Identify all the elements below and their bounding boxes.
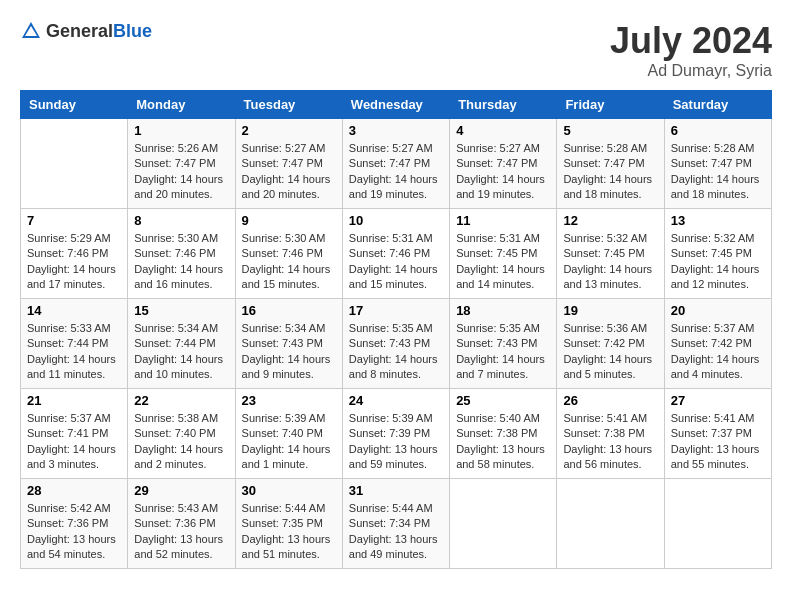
weekday-header-cell: Thursday [450, 91, 557, 119]
day-info: Sunrise: 5:26 AM Sunset: 7:47 PM Dayligh… [134, 141, 228, 203]
day-info: Sunrise: 5:32 AM Sunset: 7:45 PM Dayligh… [671, 231, 765, 293]
calendar-cell: 22Sunrise: 5:38 AM Sunset: 7:40 PM Dayli… [128, 389, 235, 479]
weekday-header-cell: Tuesday [235, 91, 342, 119]
calendar-cell: 16Sunrise: 5:34 AM Sunset: 7:43 PM Dayli… [235, 299, 342, 389]
calendar-cell: 2Sunrise: 5:27 AM Sunset: 7:47 PM Daylig… [235, 119, 342, 209]
calendar-cell: 26Sunrise: 5:41 AM Sunset: 7:38 PM Dayli… [557, 389, 664, 479]
day-number: 23 [242, 393, 336, 408]
day-info: Sunrise: 5:37 AM Sunset: 7:42 PM Dayligh… [671, 321, 765, 383]
calendar-week-row: 21Sunrise: 5:37 AM Sunset: 7:41 PM Dayli… [21, 389, 772, 479]
weekday-header-row: SundayMondayTuesdayWednesdayThursdayFrid… [21, 91, 772, 119]
weekday-header-cell: Wednesday [342, 91, 449, 119]
day-number: 4 [456, 123, 550, 138]
day-info: Sunrise: 5:34 AM Sunset: 7:44 PM Dayligh… [134, 321, 228, 383]
day-number: 7 [27, 213, 121, 228]
day-info: Sunrise: 5:31 AM Sunset: 7:46 PM Dayligh… [349, 231, 443, 293]
day-info: Sunrise: 5:39 AM Sunset: 7:40 PM Dayligh… [242, 411, 336, 473]
calendar-cell: 9Sunrise: 5:30 AM Sunset: 7:46 PM Daylig… [235, 209, 342, 299]
calendar-cell: 1Sunrise: 5:26 AM Sunset: 7:47 PM Daylig… [128, 119, 235, 209]
calendar-cell: 7Sunrise: 5:29 AM Sunset: 7:46 PM Daylig… [21, 209, 128, 299]
day-number: 9 [242, 213, 336, 228]
month-year-title: July 2024 [610, 20, 772, 62]
calendar-cell [664, 479, 771, 569]
day-info: Sunrise: 5:29 AM Sunset: 7:46 PM Dayligh… [27, 231, 121, 293]
day-number: 19 [563, 303, 657, 318]
calendar-cell: 18Sunrise: 5:35 AM Sunset: 7:43 PM Dayli… [450, 299, 557, 389]
day-info: Sunrise: 5:44 AM Sunset: 7:35 PM Dayligh… [242, 501, 336, 563]
day-info: Sunrise: 5:35 AM Sunset: 7:43 PM Dayligh… [456, 321, 550, 383]
calendar-cell: 12Sunrise: 5:32 AM Sunset: 7:45 PM Dayli… [557, 209, 664, 299]
weekday-header-cell: Friday [557, 91, 664, 119]
day-info: Sunrise: 5:33 AM Sunset: 7:44 PM Dayligh… [27, 321, 121, 383]
calendar-week-row: 7Sunrise: 5:29 AM Sunset: 7:46 PM Daylig… [21, 209, 772, 299]
day-info: Sunrise: 5:41 AM Sunset: 7:37 PM Dayligh… [671, 411, 765, 473]
calendar-cell: 23Sunrise: 5:39 AM Sunset: 7:40 PM Dayli… [235, 389, 342, 479]
logo-text-blue: Blue [113, 21, 152, 41]
calendar-cell: 5Sunrise: 5:28 AM Sunset: 7:47 PM Daylig… [557, 119, 664, 209]
day-info: Sunrise: 5:27 AM Sunset: 7:47 PM Dayligh… [242, 141, 336, 203]
calendar-cell: 21Sunrise: 5:37 AM Sunset: 7:41 PM Dayli… [21, 389, 128, 479]
weekday-header-cell: Sunday [21, 91, 128, 119]
day-number: 31 [349, 483, 443, 498]
day-info: Sunrise: 5:39 AM Sunset: 7:39 PM Dayligh… [349, 411, 443, 473]
calendar-table: SundayMondayTuesdayWednesdayThursdayFrid… [20, 90, 772, 569]
day-info: Sunrise: 5:43 AM Sunset: 7:36 PM Dayligh… [134, 501, 228, 563]
day-info: Sunrise: 5:41 AM Sunset: 7:38 PM Dayligh… [563, 411, 657, 473]
calendar-cell: 20Sunrise: 5:37 AM Sunset: 7:42 PM Dayli… [664, 299, 771, 389]
day-info: Sunrise: 5:31 AM Sunset: 7:45 PM Dayligh… [456, 231, 550, 293]
page-header: GeneralBlue July 2024 Ad Dumayr, Syria [20, 20, 772, 80]
calendar-cell: 24Sunrise: 5:39 AM Sunset: 7:39 PM Dayli… [342, 389, 449, 479]
day-number: 18 [456, 303, 550, 318]
day-number: 26 [563, 393, 657, 408]
calendar-cell: 29Sunrise: 5:43 AM Sunset: 7:36 PM Dayli… [128, 479, 235, 569]
day-info: Sunrise: 5:32 AM Sunset: 7:45 PM Dayligh… [563, 231, 657, 293]
day-info: Sunrise: 5:37 AM Sunset: 7:41 PM Dayligh… [27, 411, 121, 473]
calendar-cell: 8Sunrise: 5:30 AM Sunset: 7:46 PM Daylig… [128, 209, 235, 299]
location-subtitle: Ad Dumayr, Syria [610, 62, 772, 80]
logo-icon [20, 20, 42, 42]
day-info: Sunrise: 5:27 AM Sunset: 7:47 PM Dayligh… [456, 141, 550, 203]
day-number: 22 [134, 393, 228, 408]
day-info: Sunrise: 5:36 AM Sunset: 7:42 PM Dayligh… [563, 321, 657, 383]
day-number: 6 [671, 123, 765, 138]
calendar-cell: 31Sunrise: 5:44 AM Sunset: 7:34 PM Dayli… [342, 479, 449, 569]
day-info: Sunrise: 5:44 AM Sunset: 7:34 PM Dayligh… [349, 501, 443, 563]
day-number: 15 [134, 303, 228, 318]
day-number: 29 [134, 483, 228, 498]
day-number: 5 [563, 123, 657, 138]
day-info: Sunrise: 5:35 AM Sunset: 7:43 PM Dayligh… [349, 321, 443, 383]
calendar-cell: 4Sunrise: 5:27 AM Sunset: 7:47 PM Daylig… [450, 119, 557, 209]
day-info: Sunrise: 5:38 AM Sunset: 7:40 PM Dayligh… [134, 411, 228, 473]
calendar-cell: 14Sunrise: 5:33 AM Sunset: 7:44 PM Dayli… [21, 299, 128, 389]
logo: GeneralBlue [20, 20, 152, 42]
day-info: Sunrise: 5:34 AM Sunset: 7:43 PM Dayligh… [242, 321, 336, 383]
day-number: 8 [134, 213, 228, 228]
day-number: 21 [27, 393, 121, 408]
calendar-cell: 25Sunrise: 5:40 AM Sunset: 7:38 PM Dayli… [450, 389, 557, 479]
calendar-cell [557, 479, 664, 569]
day-info: Sunrise: 5:27 AM Sunset: 7:47 PM Dayligh… [349, 141, 443, 203]
calendar-week-row: 28Sunrise: 5:42 AM Sunset: 7:36 PM Dayli… [21, 479, 772, 569]
calendar-cell: 13Sunrise: 5:32 AM Sunset: 7:45 PM Dayli… [664, 209, 771, 299]
day-info: Sunrise: 5:40 AM Sunset: 7:38 PM Dayligh… [456, 411, 550, 473]
calendar-cell: 6Sunrise: 5:28 AM Sunset: 7:47 PM Daylig… [664, 119, 771, 209]
day-number: 16 [242, 303, 336, 318]
day-info: Sunrise: 5:30 AM Sunset: 7:46 PM Dayligh… [242, 231, 336, 293]
day-number: 3 [349, 123, 443, 138]
calendar-cell: 19Sunrise: 5:36 AM Sunset: 7:42 PM Dayli… [557, 299, 664, 389]
calendar-cell [21, 119, 128, 209]
day-number: 27 [671, 393, 765, 408]
weekday-header-cell: Monday [128, 91, 235, 119]
day-number: 28 [27, 483, 121, 498]
day-info: Sunrise: 5:42 AM Sunset: 7:36 PM Dayligh… [27, 501, 121, 563]
logo-text-general: General [46, 21, 113, 41]
day-number: 13 [671, 213, 765, 228]
calendar-week-row: 14Sunrise: 5:33 AM Sunset: 7:44 PM Dayli… [21, 299, 772, 389]
calendar-cell: 28Sunrise: 5:42 AM Sunset: 7:36 PM Dayli… [21, 479, 128, 569]
calendar-cell [450, 479, 557, 569]
calendar-body: 1Sunrise: 5:26 AM Sunset: 7:47 PM Daylig… [21, 119, 772, 569]
title-block: July 2024 Ad Dumayr, Syria [610, 20, 772, 80]
day-number: 30 [242, 483, 336, 498]
calendar-week-row: 1Sunrise: 5:26 AM Sunset: 7:47 PM Daylig… [21, 119, 772, 209]
day-number: 2 [242, 123, 336, 138]
